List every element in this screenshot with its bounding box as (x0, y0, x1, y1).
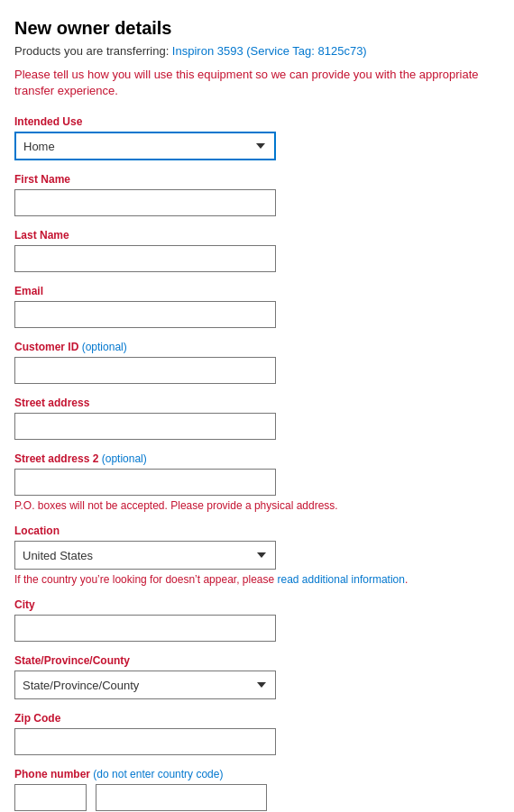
customer-id-optional: (optional) (82, 341, 127, 353)
city-group: City (14, 598, 500, 642)
po-box-hint: P.O. boxes will not be accepted. Please … (14, 499, 500, 512)
intended-use-label: Intended Use (14, 115, 500, 128)
street-address2-label: Street address 2 (optional) (14, 452, 500, 465)
intended-use-select[interactable]: Home Business Education Government (14, 132, 276, 160)
street-address-label: Street address (14, 397, 500, 409)
country-hint-prefix: If the country you’re looking for doesn’… (14, 573, 278, 586)
product-link[interactable]: Inspiron 3593 (Service Tag: 8125c73) (172, 44, 367, 58)
last-name-group: Last Name (14, 229, 500, 272)
state-label: State/Province/County (14, 654, 500, 667)
country-hint-suffix: . (405, 573, 408, 586)
last-name-input[interactable] (14, 245, 276, 272)
product-line-prefix: Products you are transferring: (14, 44, 172, 58)
first-name-input[interactable] (14, 189, 276, 216)
email-input[interactable] (14, 301, 276, 328)
email-label: Email (14, 285, 500, 297)
zip-code-group: Zip Code (14, 712, 500, 755)
city-input[interactable] (14, 615, 276, 642)
street-address-group: Street address (14, 397, 500, 440)
phone-group: Phone number (do not enter country code)… (14, 768, 500, 812)
country-hint: If the country you’re looking for doesn’… (14, 573, 500, 586)
phone-label-text: Phone number (14, 768, 90, 780)
location-group: Location United States Canada United Kin… (14, 525, 500, 586)
customer-id-label-text: Customer ID (14, 341, 78, 353)
area-code-input[interactable] (14, 784, 87, 811)
first-name-label: First Name (14, 173, 500, 186)
info-message: Please tell us how you will use this equ… (14, 67, 500, 99)
street-address2-group: Street address 2 (optional) P.O. boxes w… (14, 452, 500, 512)
street-address2-label-text: Street address 2 (14, 452, 98, 465)
location-label: Location (14, 525, 500, 537)
email-group: Email (14, 285, 500, 328)
city-label: City (14, 598, 500, 611)
customer-id-label: Customer ID (optional) (14, 341, 500, 353)
phone-do-not-enter: (do not enter country code) (93, 768, 223, 780)
customer-id-input[interactable] (14, 357, 276, 384)
phone-number-group: Phone number (96, 784, 267, 812)
area-code-group: Area Code (14, 784, 87, 812)
state-group: State/Province/County State/Province/Cou… (14, 654, 500, 699)
street-address-input[interactable] (14, 413, 276, 440)
zip-code-label: Zip Code (14, 712, 500, 725)
street-address2-input[interactable] (14, 469, 276, 496)
customer-id-group: Customer ID (optional) (14, 341, 500, 384)
read-additional-info-link[interactable]: read additional information (278, 573, 405, 586)
last-name-label: Last Name (14, 229, 500, 242)
street-address2-optional: (optional) (102, 452, 147, 465)
product-line: Products you are transferring: Inspiron … (14, 44, 500, 58)
phone-inputs-row: Area Code Phone number (14, 784, 500, 812)
phone-number-input[interactable] (96, 784, 267, 811)
intended-use-group: Intended Use Home Business Education Gov… (14, 115, 500, 160)
zip-code-input[interactable] (14, 728, 276, 755)
page-title: New owner details (14, 18, 500, 39)
location-select[interactable]: United States Canada United Kingdom Aust… (14, 541, 276, 570)
phone-label: Phone number (do not enter country code) (14, 768, 500, 780)
first-name-group: First Name (14, 173, 500, 216)
state-select[interactable]: State/Province/County Alabama Alaska Ari… (14, 671, 276, 699)
